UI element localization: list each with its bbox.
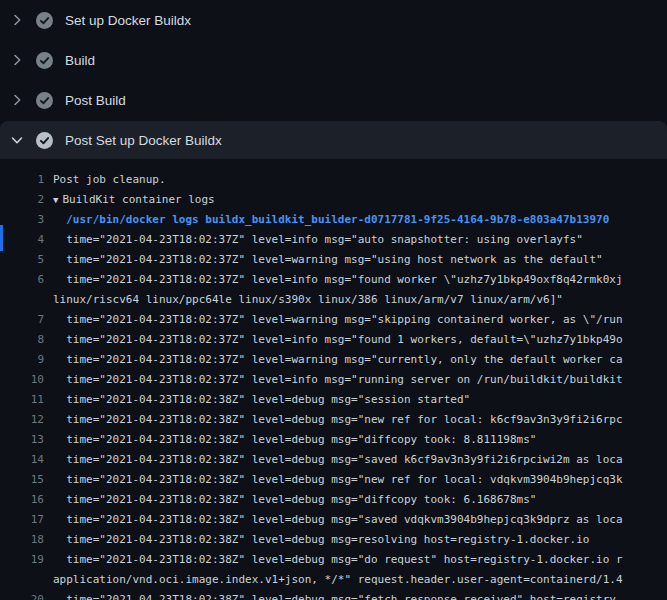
log-line: 20 time="2021-04-23T18:02:38Z" level=deb… xyxy=(0,590,667,600)
log-line-number[interactable]: 9 xyxy=(0,350,44,370)
check-circle-icon xyxy=(36,92,53,109)
log-line-number[interactable]: 11 xyxy=(0,390,44,410)
log-text: application/vnd.oci.image.index.v1+json,… xyxy=(53,570,623,590)
log-line-number[interactable]: 8 xyxy=(0,330,44,350)
log-line: 17 time="2021-04-23T18:02:38Z" level=deb… xyxy=(0,510,667,530)
log-line-number[interactable]: 13 xyxy=(0,430,44,450)
log-line: 11 time="2021-04-23T18:02:38Z" level=deb… xyxy=(0,390,667,410)
log-line-number[interactable]: 5 xyxy=(0,250,44,270)
log-line-number[interactable]: 3 xyxy=(0,210,44,230)
log-line: 5 time="2021-04-23T18:02:37Z" level=warn… xyxy=(0,250,667,270)
log-text: time="2021-04-23T18:02:37Z" level=info m… xyxy=(53,230,583,250)
log-line-number[interactable]: 17 xyxy=(0,510,44,530)
log-text: time="2021-04-23T18:02:37Z" level=warnin… xyxy=(53,250,603,270)
log-line-number[interactable]: 4 xyxy=(0,230,44,250)
log-line-number[interactable]: 12 xyxy=(0,410,44,430)
log-line: application/vnd.oci.image.index.v1+json,… xyxy=(0,570,667,590)
log-line: 12 time="2021-04-23T18:02:38Z" level=deb… xyxy=(0,410,667,430)
log-command-text: /usr/bin/docker logs buildx_buildkit_bui… xyxy=(53,210,609,230)
log-line: 9 time="2021-04-23T18:02:37Z" level=warn… xyxy=(0,350,667,370)
log-text: Post job cleanup. xyxy=(53,170,166,190)
step-row-post-set-up-docker-buildx[interactable]: Post Set up Docker Buildx xyxy=(0,121,667,159)
log-line: 4 time="2021-04-23T18:02:37Z" level=info… xyxy=(0,230,667,250)
log-group-label[interactable]: BuildKit container logs xyxy=(62,193,214,206)
log-line: 13 time="2021-04-23T18:02:38Z" level=deb… xyxy=(0,430,667,450)
chevron-right-icon xyxy=(9,92,25,108)
check-circle-icon xyxy=(36,12,53,29)
step-list: Set up Docker Buildx Build Post Build Po… xyxy=(0,0,667,159)
check-circle-icon xyxy=(36,132,53,149)
log-line: 8 time="2021-04-23T18:02:37Z" level=info… xyxy=(0,330,667,350)
log-text: time="2021-04-23T18:02:38Z" level=debug … xyxy=(53,470,623,490)
log-text: ▼BuildKit container logs xyxy=(53,190,215,210)
log-text: linux/riscv64 linux/ppc64le linux/s390x … xyxy=(53,290,563,310)
log-text: time="2021-04-23T18:02:37Z" level=warnin… xyxy=(53,310,623,330)
log-line: 2▼BuildKit container logs xyxy=(0,190,667,210)
log-line: 6 time="2021-04-23T18:02:37Z" level=info… xyxy=(0,270,667,290)
log-line: linux/riscv64 linux/ppc64le linux/s390x … xyxy=(0,290,667,310)
log-line-number[interactable]: 16 xyxy=(0,490,44,510)
log-line: 7 time="2021-04-23T18:02:37Z" level=warn… xyxy=(0,310,667,330)
log-line: 10 time="2021-04-23T18:02:37Z" level=inf… xyxy=(0,370,667,390)
log-text: time="2021-04-23T18:02:38Z" level=debug … xyxy=(53,390,470,410)
log-line: 19 time="2021-04-23T18:02:38Z" level=deb… xyxy=(0,550,667,570)
log-line-number[interactable] xyxy=(0,570,44,590)
log-line: 1Post job cleanup. xyxy=(0,170,667,190)
log-line-number[interactable]: 15 xyxy=(0,470,44,490)
log-text: time="2021-04-23T18:02:38Z" level=debug … xyxy=(53,550,623,570)
chevron-right-icon xyxy=(9,12,25,28)
log-line-number[interactable]: 14 xyxy=(0,450,44,470)
log-group-caret-icon[interactable]: ▼ xyxy=(53,190,58,210)
log-line: 15 time="2021-04-23T18:02:38Z" level=deb… xyxy=(0,470,667,490)
step-row-build[interactable]: Build xyxy=(0,40,667,80)
log-line: 18 time="2021-04-23T18:02:38Z" level=deb… xyxy=(0,530,667,550)
step-row-set-up-docker-buildx[interactable]: Set up Docker Buildx xyxy=(0,0,667,40)
log-line-number[interactable]: 19 xyxy=(0,550,44,570)
log-text: time="2021-04-23T18:02:38Z" level=debug … xyxy=(53,490,536,510)
chevron-down-icon xyxy=(9,132,25,148)
log-text: time="2021-04-23T18:02:38Z" level=debug … xyxy=(53,410,623,430)
log-text: time="2021-04-23T18:02:37Z" level=info m… xyxy=(53,370,623,390)
log-line-number[interactable]: 1 xyxy=(0,170,44,190)
focus-accent-bar xyxy=(0,225,3,251)
step-label: Set up Docker Buildx xyxy=(65,13,191,28)
log-text: time="2021-04-23T18:02:37Z" level=info m… xyxy=(53,330,623,350)
log-line: 14 time="2021-04-23T18:02:38Z" level=deb… xyxy=(0,450,667,470)
log-line-number[interactable] xyxy=(0,290,44,310)
check-circle-icon xyxy=(36,52,53,69)
log-text: time="2021-04-23T18:02:38Z" level=debug … xyxy=(53,430,536,450)
log-line: 3 /usr/bin/docker logs buildx_buildkit_b… xyxy=(0,210,667,230)
log-line-number[interactable]: 2 xyxy=(0,190,44,210)
step-label: Post Build xyxy=(65,93,126,108)
log-text: time="2021-04-23T18:02:37Z" level=warnin… xyxy=(53,350,623,370)
chevron-right-icon xyxy=(9,52,25,68)
log-line-number[interactable]: 20 xyxy=(0,590,44,600)
log-text: time="2021-04-23T18:02:38Z" level=debug … xyxy=(53,590,623,600)
log-text: time="2021-04-23T18:02:38Z" level=debug … xyxy=(53,450,623,470)
step-row-post-build[interactable]: Post Build xyxy=(0,80,667,120)
log-line-number[interactable]: 10 xyxy=(0,370,44,390)
log-line-number[interactable]: 6 xyxy=(0,270,44,290)
log-text: time="2021-04-23T18:02:37Z" level=info m… xyxy=(53,270,623,290)
step-label: Build xyxy=(65,53,95,68)
step-label: Post Set up Docker Buildx xyxy=(65,133,222,148)
log-output: 1Post job cleanup.2▼BuildKit container l… xyxy=(0,159,667,600)
log-line: 16 time="2021-04-23T18:02:38Z" level=deb… xyxy=(0,490,667,510)
log-line-number[interactable]: 7 xyxy=(0,310,44,330)
log-text: time="2021-04-23T18:02:38Z" level=debug … xyxy=(53,530,589,550)
log-line-number[interactable]: 18 xyxy=(0,530,44,550)
log-text: time="2021-04-23T18:02:38Z" level=debug … xyxy=(53,510,623,530)
